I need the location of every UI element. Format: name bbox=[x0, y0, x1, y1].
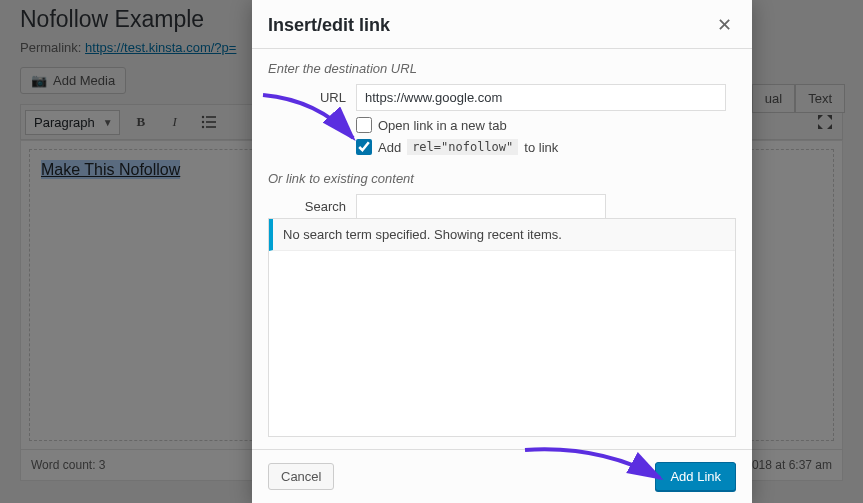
close-icon[interactable]: ✕ bbox=[713, 14, 736, 36]
nofollow-code: rel="nofollow" bbox=[407, 139, 518, 155]
search-label: Search bbox=[268, 199, 356, 214]
url-label: URL bbox=[268, 90, 356, 105]
new-tab-checkbox[interactable] bbox=[356, 117, 372, 133]
add-link-button[interactable]: Add Link bbox=[655, 462, 736, 491]
new-tab-row: Open link in a new tab bbox=[356, 117, 736, 133]
nofollow-checkbox[interactable] bbox=[356, 139, 372, 155]
nofollow-row: Add rel="nofollow" to link bbox=[356, 139, 736, 155]
url-input[interactable] bbox=[356, 84, 726, 111]
search-results[interactable]: No search term specified. Showing recent… bbox=[268, 218, 736, 437]
modal-header: Insert/edit link ✕ bbox=[252, 0, 752, 49]
results-notice: No search term specified. Showing recent… bbox=[269, 219, 735, 251]
cancel-button[interactable]: Cancel bbox=[268, 463, 334, 490]
insert-link-modal: Insert/edit link ✕ Enter the destination… bbox=[252, 0, 752, 503]
destination-section-label: Enter the destination URL bbox=[268, 61, 736, 76]
search-input[interactable] bbox=[356, 194, 606, 219]
url-row: URL bbox=[268, 84, 736, 111]
search-row: Search bbox=[268, 194, 736, 219]
modal-body: Enter the destination URL URL Open link … bbox=[252, 49, 752, 449]
existing-section-label: Or link to existing content bbox=[268, 171, 736, 186]
nofollow-prefix: Add bbox=[378, 140, 401, 155]
modal-footer: Cancel Add Link bbox=[252, 449, 752, 503]
nofollow-suffix: to link bbox=[524, 140, 558, 155]
modal-title: Insert/edit link bbox=[268, 15, 390, 36]
new-tab-label: Open link in a new tab bbox=[378, 118, 507, 133]
